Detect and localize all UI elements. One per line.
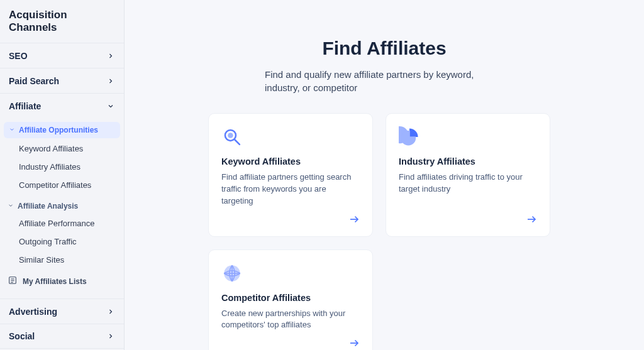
sidebar-link-affiliate-performance[interactable]: Affiliate Performance bbox=[0, 214, 124, 232]
list-icon bbox=[8, 275, 18, 287]
pie-chart-icon bbox=[399, 126, 420, 148]
sidebar-item-label: Social bbox=[9, 331, 35, 341]
card-description: Find affiliate partners getting search t… bbox=[221, 172, 360, 207]
sidebar-item-social[interactable]: Social bbox=[0, 324, 124, 349]
chevron-right-icon bbox=[106, 307, 115, 316]
sidebar-subheader-label: Affiliate Opportunities bbox=[19, 126, 98, 134]
chevron-right-icon bbox=[106, 52, 115, 60]
sidebar-item-label: Paid Search bbox=[9, 76, 59, 86]
sidebar-subsection-affiliate: Affiliate Opportunities Keyword Affiliat… bbox=[0, 118, 124, 298]
card-description: Find affiliates driving traffic to your … bbox=[399, 172, 537, 207]
card-title: Competitor Affiliates bbox=[221, 293, 360, 303]
sidebar-link-label: My Affiliates Lists bbox=[23, 277, 87, 286]
arrow-right-icon bbox=[348, 337, 360, 349]
hero: Find Affiliates Find and qualify new aff… bbox=[208, 38, 560, 94]
chevron-down-icon bbox=[106, 102, 115, 111]
sidebar-item-label: SEO bbox=[9, 51, 28, 61]
sidebar-subheader-affiliate-analysis[interactable]: Affiliate Analysis bbox=[0, 198, 124, 214]
sidebar-link-keyword-affiliates[interactable]: Keyword Affiliates bbox=[0, 139, 124, 158]
sidebar-title: Acquisition Channels bbox=[0, 3, 124, 43]
card-description: Create new partnerships with your compet… bbox=[221, 308, 360, 332]
sidebar-subheader-affiliate-opportunities[interactable]: Affiliate Opportunities bbox=[4, 122, 120, 138]
globe-icon bbox=[221, 263, 243, 284]
sidebar-item-affiliate[interactable]: Affiliate bbox=[0, 93, 124, 118]
sidebar-item-advertising[interactable]: Advertising bbox=[0, 298, 124, 324]
page-title: Find Affiliates bbox=[208, 38, 560, 59]
arrow-right-icon bbox=[526, 214, 537, 225]
sidebar-link-industry-affiliates[interactable]: Industry Affiliates bbox=[0, 158, 124, 176]
sidebar-link-similar-sites[interactable]: Similar Sites bbox=[0, 251, 124, 269]
card-competitor-affiliates[interactable]: Competitor Affiliates Create new partner… bbox=[208, 249, 373, 350]
sidebar-link-outgoing-traffic[interactable]: Outgoing Traffic bbox=[0, 232, 124, 251]
main-content: Find Affiliates Find and qualify new aff… bbox=[125, 0, 644, 350]
arrow-right-icon bbox=[348, 214, 360, 225]
chevron-right-icon bbox=[106, 77, 115, 85]
sidebar-item-label: Affiliate bbox=[9, 101, 41, 111]
sidebar-item-seo[interactable]: SEO bbox=[0, 43, 124, 68]
card-grid: Keyword Affiliates Find affiliate partne… bbox=[208, 113, 560, 350]
sidebar-item-label: Advertising bbox=[9, 307, 57, 317]
svg-point-5 bbox=[228, 133, 233, 138]
sidebar-subheader-label: Affiliate Analysis bbox=[18, 202, 78, 211]
chevron-right-icon bbox=[106, 332, 115, 341]
card-keyword-affiliates[interactable]: Keyword Affiliates Find affiliate partne… bbox=[208, 113, 373, 237]
chevron-down-icon bbox=[9, 126, 15, 134]
card-industry-affiliates[interactable]: Industry Affiliates Find affiliates driv… bbox=[386, 113, 550, 237]
magnifier-icon bbox=[221, 126, 243, 148]
card-title: Industry Affiliates bbox=[399, 156, 537, 167]
sidebar-link-competitor-affiliates[interactable]: Competitor Affiliates bbox=[0, 176, 124, 194]
card-title: Keyword Affiliates bbox=[221, 156, 360, 167]
sidebar-link-my-affiliates-lists[interactable]: My Affiliates Lists bbox=[0, 269, 124, 293]
page-subtitle: Find and qualify new affiliate partners … bbox=[208, 68, 560, 94]
svg-line-6 bbox=[235, 139, 240, 145]
sidebar-item-paid-search[interactable]: Paid Search bbox=[0, 68, 124, 93]
chevron-down-icon bbox=[8, 202, 14, 211]
sidebar: Acquisition Channels SEO Paid Search Aff… bbox=[0, 0, 125, 350]
